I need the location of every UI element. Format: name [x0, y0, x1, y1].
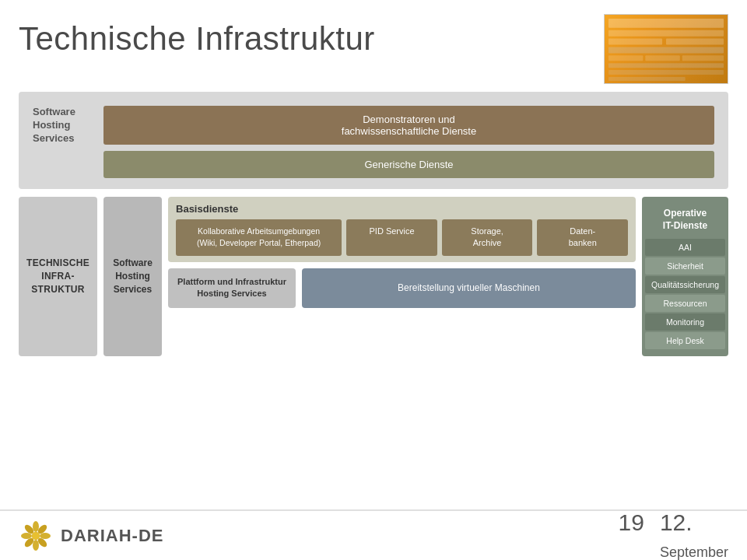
- footer-numbers: 19 12. September: [619, 509, 728, 561]
- dariah-logo: DARIAH-DE: [19, 519, 163, 553]
- svg-rect-8: [608, 63, 724, 68]
- thumbnail-graphic: [605, 15, 728, 83]
- main-content: SoftwareHostingServices Demonstratoren u…: [0, 92, 747, 356]
- operative-item-sicherheit: Sicherheit: [645, 257, 725, 275]
- operative-item-qualitaet: Qualitätssicherung: [645, 276, 725, 293]
- svg-point-20: [32, 532, 40, 540]
- top-section: SoftwareHostingServices Demonstratoren u…: [19, 92, 728, 189]
- basisdienste-title: Basisdienste: [176, 203, 628, 215]
- bottom-software-label: SoftwareHostingServices: [103, 197, 162, 356]
- top-software-label: SoftwareHostingServices: [33, 106, 91, 145]
- operative-item-aai: AAI: [645, 239, 725, 256]
- svg-rect-6: [645, 55, 679, 61]
- datenbanken-box: Daten-banken: [537, 219, 628, 256]
- operative-section: OperativeIT-Dienste AAI Sicherheit Quali…: [642, 197, 728, 356]
- svg-point-16: [33, 540, 39, 551]
- operative-title: OperativeIT-Dienste: [642, 203, 728, 238]
- footer-number2-val: 12.: [660, 509, 693, 535]
- bereitstellung-box: Bereitstellung virtueller Maschinen: [302, 268, 636, 308]
- plattform-section: Plattform und InfrastrukturHosting Servi…: [168, 268, 636, 308]
- header-thumbnail: [604, 14, 728, 84]
- basisdienste-section: Basisdienste Kollaborative Arbeitsumgebu…: [168, 197, 636, 262]
- basisdienste-row: Kollaborative Arbeitsumgebungen(Wiki, De…: [176, 219, 628, 256]
- dariah-flower-icon: [19, 519, 53, 553]
- demonstratoren-bar: Demonstratoren und fachwissenschaftliche…: [103, 106, 714, 145]
- operative-item-monitoring: Monitoring: [645, 313, 725, 331]
- svg-rect-10: [608, 77, 686, 81]
- demonstratoren-line1: Demonstratoren und: [363, 114, 455, 125]
- top-services-right: Demonstratoren und fachwissenschaftliche…: [103, 106, 714, 178]
- operative-item-ressourcen: Ressourcen: [645, 295, 725, 312]
- bottom-section: TECHNISCHEINFRA-STRUKTUR SoftwareHosting…: [19, 197, 728, 356]
- svg-point-14: [40, 533, 51, 539]
- operative-item-helpdesk: Help Desk: [645, 332, 725, 349]
- thumbnail-lines: [605, 15, 728, 84]
- svg-rect-7: [682, 55, 724, 61]
- footer-number2: 12. September: [660, 509, 728, 561]
- kollaborative-box: Kollaborative Arbeitsumgebungen(Wiki, De…: [176, 219, 342, 256]
- pid-service-box: PID Service: [346, 219, 437, 256]
- footer-number1: 19: [619, 509, 644, 536]
- technische-label: TECHNISCHEINFRA-STRUKTUR: [19, 197, 97, 356]
- svg-rect-5: [608, 55, 643, 61]
- svg-rect-9: [608, 70, 724, 75]
- center-content: Basisdienste Kollaborative Arbeitsumgebu…: [168, 197, 636, 356]
- plattform-label: Plattform und InfrastrukturHosting Servi…: [168, 268, 296, 308]
- dariah-logo-text: DARIAH-DE: [61, 526, 163, 546]
- svg-rect-1: [608, 30, 724, 37]
- svg-rect-4: [608, 47, 724, 53]
- footer: DARIAH-DE 19 12. September: [0, 509, 747, 560]
- storage-box: Storage,Archive: [442, 219, 533, 256]
- svg-rect-2: [608, 39, 662, 45]
- demonstratoren-line2: fachwissenschaftliche Dienste: [342, 125, 476, 137]
- generische-bar: Generische Dienste: [103, 151, 714, 178]
- svg-point-12: [33, 521, 39, 532]
- svg-rect-0: [608, 19, 724, 28]
- svg-point-18: [21, 533, 32, 539]
- footer-september: September: [660, 544, 728, 560]
- header: Technische Infrastruktur: [0, 0, 747, 92]
- svg-rect-3: [666, 39, 724, 45]
- page-title: Technische Infrastruktur: [19, 20, 375, 58]
